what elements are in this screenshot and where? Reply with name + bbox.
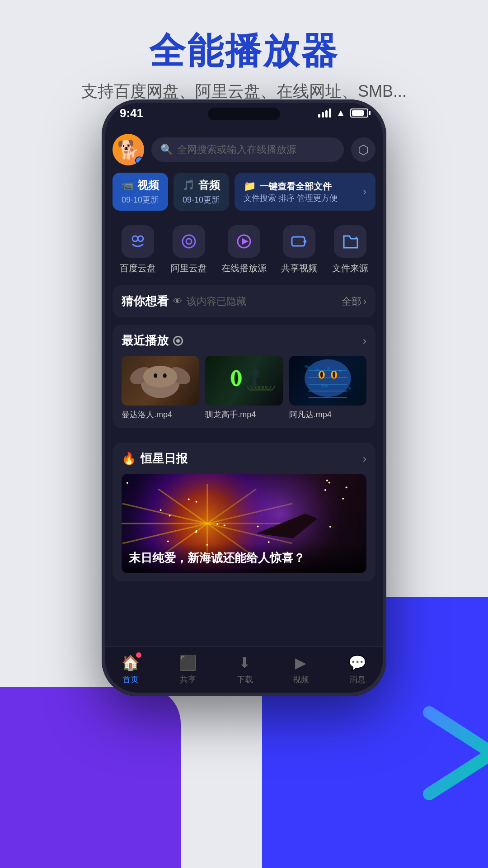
guess-section[interactable]: 猜你想看 👁 该内容已隐藏 全部 › [113, 285, 375, 317]
nav-download[interactable]: ⬇ 下载 [237, 654, 253, 685]
svg-point-1 [138, 236, 143, 241]
shield-button[interactable]: ⬡ [351, 137, 375, 162]
nav-message[interactable]: 💬 消息 [348, 654, 366, 685]
share-video-icon [290, 232, 308, 250]
audio-icon: 🎵 [183, 179, 195, 191]
search-icon: 🔍 [160, 144, 173, 156]
all-link[interactable]: 全部 › [342, 295, 366, 308]
video-tab[interactable]: 📹 视频 09-10更新 [113, 173, 168, 211]
aliyun-icon [180, 232, 198, 250]
files-icon: 📁 [244, 180, 256, 192]
video-thumb-1[interactable]: 曼达洛人.mp4 [122, 356, 199, 420]
news-chevron-icon: › [363, 453, 366, 465]
svg-rect-6 [292, 237, 305, 246]
recent-eye-icon [173, 336, 183, 346]
chevron-right-icon: › [363, 296, 366, 307]
bg-decoration-purple [0, 687, 181, 868]
file-source-icon [341, 232, 359, 250]
svg-point-0 [132, 236, 138, 241]
services-row: 百度云盘 阿里云盘 在线播放源 [102, 218, 386, 285]
chevron-icon: › [363, 185, 366, 198]
avatar[interactable]: 🐕 [113, 134, 144, 165]
news-title: 末日纯爱，新海诚还能给人惊喜？ [122, 543, 366, 573]
message-icon: 💬 [348, 654, 366, 671]
svg-point-2 [183, 235, 195, 248]
phone-frame: 9:41 ▲ 🐕 🔍 全网搜索或输入在线播放源 [102, 99, 386, 696]
recent-chevron-icon: › [363, 335, 366, 347]
home-badge [136, 652, 141, 658]
service-share-video[interactable]: 共享视频 [281, 225, 317, 274]
nav-home[interactable]: 🏠 首页 [122, 654, 140, 685]
status-bar: 9:41 ▲ [102, 99, 386, 127]
app-title: 全能播放器 [0, 27, 488, 76]
service-online[interactable]: 在线播放源 [221, 225, 267, 274]
service-files[interactable]: 文件来源 [332, 225, 368, 274]
news-section: 🔥 恒星日报 › 末日纯爱，新海诚还能给人惊喜？ [113, 443, 375, 581]
download-icon: ⬇ [239, 654, 251, 671]
news-banner[interactable]: 末日纯爱，新海诚还能给人惊喜？ [122, 474, 366, 573]
nav-video[interactable]: ▶ 视频 [293, 654, 309, 685]
video-icon: 📹 [122, 179, 134, 191]
video-thumb-3[interactable]: 阿凡达.mp4 [289, 356, 366, 420]
service-baidu[interactable]: 百度云盘 [120, 225, 156, 274]
battery-icon [350, 108, 368, 118]
files-tab[interactable]: 📁 一键查看全部文件 文件搜索 排序 管理更方便 › [235, 173, 375, 211]
top-bar: 🐕 🔍 全网搜索或输入在线播放源 ⬡ [102, 127, 386, 173]
online-play-icon [235, 232, 253, 250]
app-header: 全能播放器 支持百度网盘、阿里云盘、在线网址、SMB... [0, 27, 488, 103]
phone-content: 🐕 🔍 全网搜索或输入在线播放源 ⬡ 📹 视频 09-10更新 [102, 127, 386, 696]
wifi-icon: ▲ [336, 107, 346, 119]
svg-point-3 [186, 239, 192, 244]
bottom-nav: 🏠 首页 ⬛ 共享 ⬇ 下载 ▶ 视频 💬 消息 [102, 646, 386, 696]
svg-marker-5 [242, 238, 249, 245]
status-time: 9:41 [120, 106, 143, 120]
search-placeholder: 全网搜索或输入在线播放源 [177, 143, 296, 156]
nav-share[interactable]: ⬛ 共享 [179, 654, 197, 685]
status-icons: ▲ [318, 107, 368, 119]
fire-icon: 🔥 [122, 452, 136, 466]
recent-section: 最近播放 › 曼达洛人.mp4 驯龙高手.mp [113, 325, 375, 428]
play-decoration [416, 703, 488, 805]
video-thumbnails: 曼达洛人.mp4 驯龙高手.mp4 阿凡达.mp4 [122, 356, 366, 420]
share-icon: ⬛ [179, 654, 197, 671]
audio-tab[interactable]: 🎵 音频 09-10更新 [174, 173, 229, 211]
shield-icon: ⬡ [358, 142, 369, 157]
baidu-icon [129, 232, 147, 250]
video-nav-icon: ▶ [295, 654, 306, 671]
avatar-badge [135, 156, 143, 165]
search-bar[interactable]: 🔍 全网搜索或输入在线播放源 [151, 137, 344, 162]
quick-tabs: 📹 视频 09-10更新 🎵 音频 09-10更新 📁 一键查看全部文件 [102, 173, 386, 218]
play-triangle-icon [416, 703, 488, 803]
eye-icon: 👁 [173, 296, 182, 307]
signal-icon [318, 108, 331, 118]
service-aliyun[interactable]: 阿里云盘 [171, 225, 207, 274]
video-thumb-2[interactable]: 驯龙高手.mp4 [205, 356, 282, 420]
